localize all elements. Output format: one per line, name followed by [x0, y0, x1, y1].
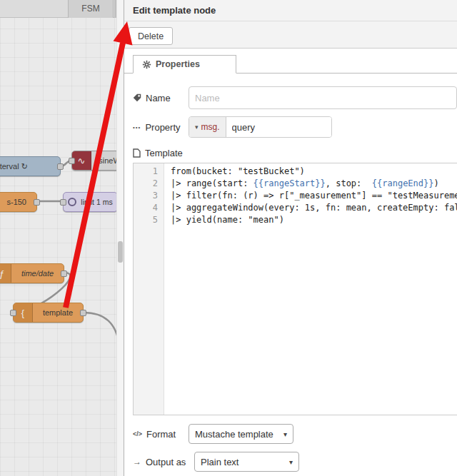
property-typed-input: ▾ msg. — [189, 116, 332, 138]
name-row: Name — [133, 86, 457, 109]
tab-bar: Properties — [124, 54, 457, 74]
code-icon: </> — [133, 430, 142, 437]
screen: interval ↻ ∿ sineW s-150 limit 1 ms ƒ ti… — [0, 0, 457, 476]
edit-form: Name ••• Property ▾ msg. — [124, 86, 457, 472]
panel-toolbar: Delete — [124, 21, 457, 49]
format-select[interactable]: Mustache template ▾ — [189, 424, 293, 444]
input-port[interactable] — [69, 158, 75, 164]
output-row: → Output as Plain text ▾ — [133, 452, 457, 472]
output-port[interactable] — [57, 163, 64, 170]
delete-button[interactable]: Delete — [129, 27, 173, 45]
input-port[interactable] — [10, 310, 16, 316]
node-interval[interactable]: interval ↻ — [0, 156, 61, 176]
format-select-value: Mustache template — [195, 429, 273, 440]
node-ms150[interactable]: s-150 — [0, 192, 37, 212]
format-row: </> Format Mustache template ▾ — [133, 424, 457, 444]
node-label: interval ↻ — [0, 162, 60, 171]
timer-icon — [68, 198, 76, 206]
panel-title: Edit template node — [124, 0, 457, 21]
gear-icon — [142, 60, 151, 69]
node-label: template — [33, 308, 83, 317]
input-port[interactable] — [60, 199, 66, 206]
msg-prefix-button[interactable]: ▾ msg. — [189, 117, 226, 137]
format-label: </> Format — [133, 429, 189, 440]
node-label: s-150 — [0, 198, 36, 206]
caret-down-icon: ▾ — [289, 458, 293, 466]
property-value-input[interactable] — [226, 117, 331, 137]
tab-properties-label: Properties — [156, 59, 200, 69]
canvas-header: FSM — [0, 0, 124, 18]
caret-down-icon: ▾ — [195, 123, 199, 131]
caret-down-icon: ▾ — [283, 430, 287, 438]
output-port[interactable] — [34, 199, 40, 206]
file-icon — [133, 148, 141, 158]
msg-prefix-label: msg. — [201, 122, 220, 132]
node-label: limit 1 ms — [76, 198, 117, 206]
ellipsis-icon: ••• — [133, 124, 141, 131]
sine-wave-icon: ∿ — [72, 151, 91, 170]
property-label: ••• Property — [133, 122, 189, 133]
wires — [0, 0, 124, 476]
output-label: → Output as — [133, 457, 194, 467]
node-limit[interactable]: limit 1 ms — [63, 192, 118, 212]
function-icon: ƒ — [0, 264, 11, 283]
output-port[interactable] — [61, 270, 67, 277]
editor-code: from(bucket: "testBucket")|> range(start… — [164, 163, 457, 415]
flow-canvas[interactable]: interval ↻ ∿ sineW s-150 limit 1 ms ƒ ti… — [0, 0, 124, 476]
name-input[interactable] — [189, 86, 457, 109]
scrollbar-thumb[interactable] — [118, 241, 123, 263]
property-row: ••• Property ▾ msg. — [133, 116, 457, 138]
output-select-value: Plain text — [201, 457, 238, 467]
edit-panel: Edit template node Delete — [124, 0, 457, 476]
output-port[interactable] — [80, 310, 86, 316]
tag-icon — [133, 93, 141, 102]
tab-properties[interactable]: Properties — [133, 55, 236, 74]
template-editor[interactable]: 12345 from(bucket: "testBucket")|> range… — [133, 163, 457, 415]
name-label: Name — [133, 93, 189, 103]
node-template[interactable]: { template — [13, 303, 84, 323]
template-label: Template — [133, 148, 457, 158]
node-timedate[interactable]: ƒ time/date — [0, 263, 64, 283]
output-select[interactable]: Plain text ▾ — [194, 452, 299, 472]
canvas-scrollbar[interactable] — [116, 0, 124, 476]
tab-fsm[interactable]: FSM — [68, 0, 114, 18]
node-label: time/date — [11, 269, 64, 278]
editor-gutter: 12345 — [134, 163, 164, 415]
template-brace-icon: { — [14, 303, 33, 322]
arrow-right-icon: → — [133, 457, 141, 467]
